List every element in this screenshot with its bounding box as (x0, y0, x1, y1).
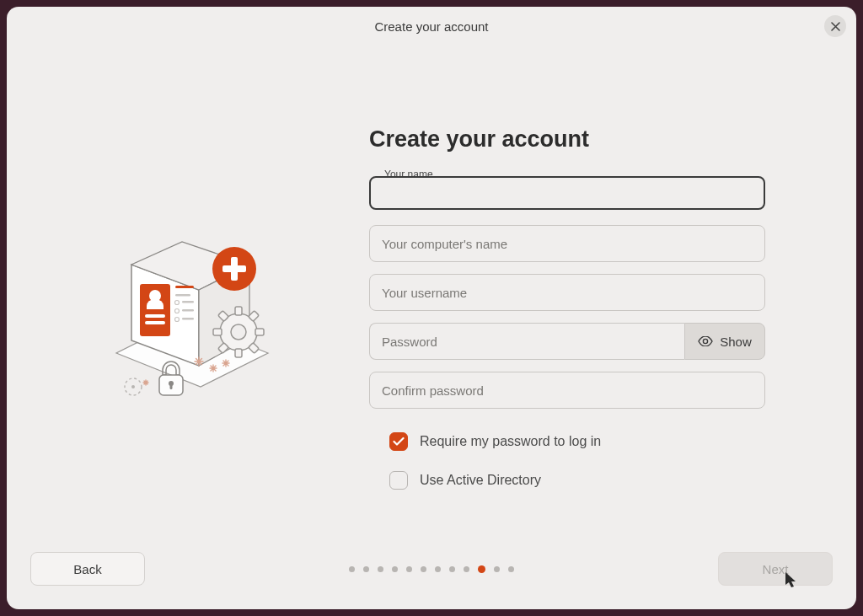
installer-window: Create your account (7, 7, 856, 609)
show-password-label: Show (720, 335, 752, 349)
svg-point-30 (704, 339, 708, 343)
progress-dot (392, 566, 398, 572)
footer: Back Next (7, 542, 856, 609)
progress-dot (478, 565, 485, 573)
svg-rect-11 (182, 318, 194, 320)
svg-rect-19 (213, 329, 222, 335)
progress-dot (363, 566, 369, 572)
svg-point-29 (131, 385, 135, 388)
close-icon (831, 22, 840, 31)
svg-rect-5 (175, 294, 190, 297)
titlebar: Create your account (7, 7, 856, 46)
progress-dot (421, 566, 426, 572)
back-button[interactable]: Back (30, 552, 145, 586)
progress-dot (494, 566, 500, 572)
svg-point-16 (231, 324, 246, 340)
computer-name-input[interactable] (369, 225, 765, 262)
svg-rect-9 (182, 309, 194, 312)
show-password-button[interactable]: Show (684, 323, 765, 360)
account-illustration (40, 88, 369, 542)
password-row: Show (369, 323, 765, 360)
next-button[interactable]: Next (718, 552, 833, 586)
progress-dot (378, 566, 383, 572)
svg-rect-2 (145, 314, 165, 318)
close-button[interactable] (824, 15, 846, 37)
name-input[interactable] (369, 176, 765, 210)
svg-rect-14 (222, 265, 246, 272)
eye-icon (698, 336, 713, 346)
progress-dot (349, 566, 355, 572)
svg-rect-20 (255, 329, 264, 335)
account-form: Create your account Your name Show (369, 88, 765, 542)
computer-name-field-wrap (369, 225, 765, 262)
window-title: Create your account (374, 19, 488, 34)
content-area: Create your account Your name Show (7, 46, 856, 542)
svg-rect-27 (170, 383, 173, 389)
active-directory-checkbox[interactable] (389, 471, 408, 490)
username-field-wrap (369, 274, 765, 311)
progress-dot (406, 566, 412, 572)
progress-dots (349, 565, 514, 573)
svg-rect-18 (235, 349, 242, 357)
progress-dot (449, 566, 455, 572)
progress-dot (508, 566, 514, 572)
account-illustration-svg (99, 218, 293, 412)
password-input[interactable] (369, 323, 684, 360)
svg-rect-17 (235, 307, 242, 315)
require-password-row: Require my password to log in (389, 432, 765, 451)
name-field-wrap: Your name (369, 176, 765, 210)
svg-rect-7 (182, 301, 194, 303)
progress-dot (435, 566, 441, 572)
require-password-checkbox[interactable] (389, 432, 408, 451)
page-heading: Create your account (369, 126, 765, 153)
confirm-password-input[interactable] (369, 372, 765, 409)
svg-rect-3 (145, 321, 165, 324)
check-icon (393, 437, 405, 447)
confirm-password-field-wrap (369, 372, 765, 409)
progress-dot (464, 566, 469, 572)
active-directory-row: Use Active Directory (389, 471, 765, 490)
active-directory-label: Use Active Directory (420, 473, 541, 488)
username-input[interactable] (369, 274, 765, 311)
require-password-label: Require my password to log in (420, 434, 601, 449)
svg-rect-4 (175, 286, 194, 288)
